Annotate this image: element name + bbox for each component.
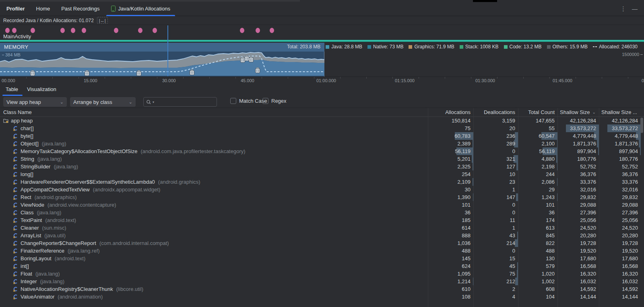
class-name-cell[interactable]: long[] [0,170,428,178]
class-name-cell[interactable]: Cleaner(sun.misc) [0,224,428,232]
table-row[interactable]: ChangeReporter$ChangeReport(com.android.… [0,239,644,247]
cell-value: 614 [462,225,471,231]
tab-visualization[interactable]: Visualization [27,86,56,92]
user-event-dot-icon[interactable] [82,28,86,33]
table-row[interactable]: Class(java.lang)3603627,39627,396 [0,209,644,216]
table-row[interactable]: StringBuilder(java.lang)2,3251272,19852,… [0,163,644,170]
table-row[interactable]: char[]75205533,573,27233,573,272 [0,124,644,132]
table-row[interactable]: Object[](java.lang)2,3892892,1001,871,37… [0,140,644,147]
table-row[interactable]: Float(java.lang)1,095751,02016,32016,320 [0,270,644,278]
table-row[interactable]: NativeAllocationRegistry$CleanerThunk(li… [0,285,644,293]
class-name-cell[interactable]: AppCompatCheckedTextView(androidx.appcom… [0,186,428,193]
class-name-cell[interactable]: String(java.lang) [0,155,428,163]
table-row[interactable]: byte[]60,78323660,5474,779,4484,779,448 [0,132,644,140]
checkbox-box[interactable] [262,98,268,104]
class-name-cell[interactable]: MemoryTaskCategory$AllocationTestObjectO… [0,147,428,155]
class-name-cell[interactable]: TextPaint(android.text) [0,216,428,224]
tooltip-time-line[interactable] [167,25,168,76]
table-row[interactable]: String(java.lang)5,2013214,880180,776180… [0,155,644,163]
class-name-cell[interactable]: FinalizerReference(java.lang.ref) [0,247,428,255]
table-row[interactable]: ViewNode(android.view.contentcapture)101… [0,201,644,209]
user-event-dot-icon[interactable] [5,28,10,33]
tab-java-kotlin-allocations[interactable]: Java/Kotlin Allocations [105,2,176,16]
table-row[interactable]: int[]6244557916,56816,568 [0,262,644,270]
class-name-cell[interactable]: Integer(java.lang) [0,278,428,285]
ruler-tick [340,77,341,79]
class-name-cell[interactable]: app heap [0,117,428,124]
value-cell: 16,032 [557,278,599,285]
memory-chart-section[interactable]: MEMORY 384 MB 1500000 Total: 203.8 MBJav… [0,43,644,77]
cell-value: 244 [546,171,555,177]
table-row[interactable]: HardwareRendererObserver$$ExternalSynthe… [0,178,644,186]
table-row[interactable]: app heap150,8143,159147,65542,126,28442,… [0,117,644,124]
search-history-caret-icon[interactable]: ▾ [153,100,154,104]
table-row[interactable]: AppCompatCheckedTextView(androidx.appcom… [0,186,644,193]
class-name-cell[interactable]: ArrayList(java.util) [0,232,428,239]
table-row[interactable]: Rect(android.graphics)1,3901471,24329,83… [0,193,644,201]
arrange-select-dropdown[interactable]: Arrange by class ⌄ [70,97,136,107]
class-name-cell[interactable]: ChangeReporter$ChangeReport(com.android.… [0,239,428,247]
user-event-dot-icon[interactable] [256,28,260,33]
class-name-cell[interactable]: Float(java.lang) [0,270,428,278]
table-row[interactable]: TextPaint(android.text)1851117425,05625,… [0,216,644,224]
value-cell: 52,752 [599,163,641,170]
heap-select-dropdown[interactable]: View app heap ⌄ [3,97,67,107]
heat-bar [639,140,641,147]
col-header-allocations[interactable]: Allocations [428,108,473,116]
user-event-dot-icon[interactable] [240,28,244,33]
user-event-dot-icon[interactable] [270,28,274,33]
col-header-deallocations[interactable]: Deallocations [473,108,518,116]
checkbox-box[interactable] [230,98,236,104]
search-input[interactable] [155,99,204,105]
col-header-shallow-size[interactable]: Shallow Size ⌄ [557,108,599,116]
cell-value: 16,032 [580,278,596,284]
table-row[interactable]: MemoryTaskCategory$AllocationTestObjectO… [0,147,644,155]
zoom-to-fit-button[interactable]: |↔| [97,17,108,24]
tab-table[interactable]: Table [6,86,18,92]
event-timeline[interactable]: MainActivity [0,25,644,43]
value-cell: 16,320 [599,270,641,278]
class-name-cell[interactable]: char[] [0,124,428,132]
user-event-dot-icon[interactable] [114,28,118,33]
cell-value: 33,376 [622,179,638,185]
user-event-dot-icon[interactable] [12,28,17,33]
user-event-dot-icon[interactable] [71,28,75,33]
legend-swatch-icon [367,45,371,49]
class-name-cell[interactable]: NativeAllocationRegistry$CleanerThunk(li… [0,285,428,293]
tab-home[interactable]: Home [31,2,56,16]
class-name-cell[interactable]: Rect(android.graphics) [0,193,428,201]
class-name-cell[interactable]: Object[](java.lang) [0,140,428,147]
table-row[interactable]: ArrayList(java.util)8884384520,28020,280 [0,232,644,239]
user-event-dot-icon[interactable] [60,28,65,33]
table-row[interactable]: ValueAnimator(android.animation)10841041… [0,293,644,301]
table-row[interactable]: BoringLayout(android.text)1451513017,680… [0,255,644,262]
minimize-icon[interactable]: — [632,6,638,12]
class-name-cell[interactable]: Class(java.lang) [0,209,428,216]
search-field[interactable]: ▾ [143,97,217,107]
table-row[interactable]: Cleaner(sun.misc)614161324,52024,520 [0,224,644,232]
class-name-cell[interactable]: byte[] [0,132,428,140]
cell-value: 75 [465,125,471,131]
class-name-cell[interactable]: BoringLayout(android.text) [0,255,428,262]
vertical-scrollbar-thumb[interactable] [640,118,643,133]
table-row[interactable]: long[]2541024436,37636,376 [0,170,644,178]
col-header-class-name[interactable]: Class Name [0,108,428,116]
value-cell: 56,119 [428,147,473,155]
col-header-total-count[interactable]: Total Count [518,108,557,116]
user-event-dot-icon[interactable] [138,28,142,33]
class-name-cell[interactable]: HardwareRendererObserver$$ExternalSynthe… [0,178,428,186]
table-row[interactable]: FinalizerReference(java.lang.ref)4880488… [0,247,644,255]
class-name-cell[interactable]: int[] [0,262,428,270]
more-options-icon[interactable]: ⋮ [620,5,626,12]
tab-past-recordings[interactable]: Past Recordings [56,2,105,16]
regex-checkbox[interactable]: Regex [262,98,287,104]
class-name-cell[interactable]: ViewNode(android.view.contentcapture) [0,201,428,209]
col-header-shallow-size-2[interactable]: Shallow Size ... [599,108,641,116]
sort-descending-icon: ⌄ [592,110,595,114]
class-name-cell[interactable]: ValueAnimator(android.animation) [0,293,428,301]
user-event-dot-icon[interactable] [153,28,157,33]
user-event-dot-icon[interactable] [31,28,35,33]
table-row[interactable]: Integer(java.lang)1,2142121,00216,03216,… [0,278,644,285]
match-case-checkbox[interactable]: Match Case [230,98,267,104]
class-name-cell[interactable]: StringBuilder(java.lang) [0,163,428,170]
